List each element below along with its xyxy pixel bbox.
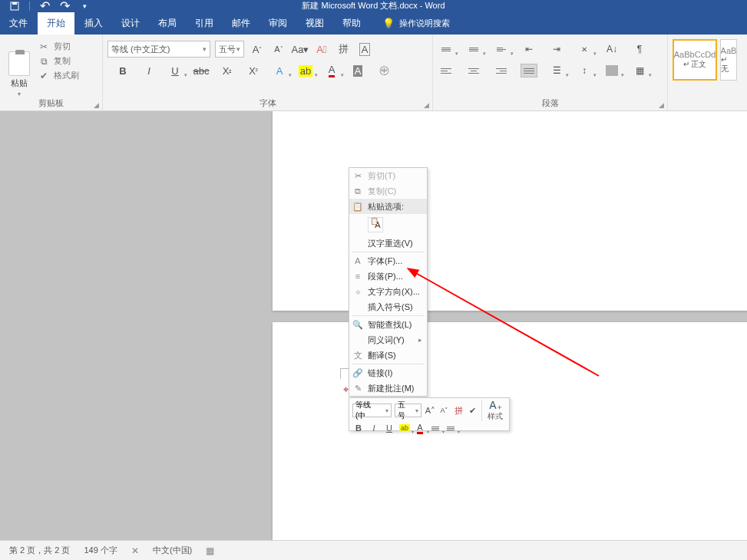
text-effects-button[interactable]: A: [272, 64, 287, 77]
save-icon[interactable]: [9, 1, 20, 12]
ribbon-tabs: 文件 开始 插入 设计 布局 引用 邮件 审阅 视图 帮助 💡 操作说明搜索: [0, 12, 747, 35]
asian-layout-button[interactable]: ✕: [576, 42, 593, 56]
clear-formatting-button[interactable]: A⃠: [313, 41, 330, 58]
translate-icon: 文: [352, 350, 363, 361]
align-left-button[interactable]: [438, 64, 454, 77]
subscript-button[interactable]: X₂: [220, 64, 235, 77]
tab-home[interactable]: 开始: [37, 12, 75, 35]
status-spellcheck-icon[interactable]: ✕: [131, 545, 139, 556]
ctx-text-direction[interactable]: ⟐文字方向(X)...: [349, 284, 427, 299]
borders-button[interactable]: ▦: [631, 64, 648, 77]
font-color-button[interactable]: A: [324, 64, 339, 77]
ctx-font[interactable]: A字体(F)...: [349, 253, 427, 268]
distributed-button[interactable]: ☰: [548, 64, 565, 77]
style-no-spacing[interactable]: AaB ↵ 无: [720, 39, 737, 81]
mini-highlight[interactable]: ab: [398, 422, 411, 434]
mini-styles-button[interactable]: A₊样式: [485, 399, 506, 422]
style-name: ↵ 无: [721, 55, 736, 74]
increase-indent-button[interactable]: ⇥: [548, 42, 565, 56]
mini-italic[interactable]: I: [368, 422, 380, 434]
cut-button[interactable]: ✂剪切: [38, 41, 79, 52]
sort-button[interactable]: A↓: [603, 42, 620, 56]
enclose-characters-button[interactable]: ㊥: [376, 64, 392, 77]
show-marks-button[interactable]: ¶: [631, 42, 648, 56]
undo-icon[interactable]: ↶: [39, 1, 50, 12]
highlight-button[interactable]: ab: [298, 64, 313, 77]
character-border-button[interactable]: A: [356, 41, 373, 58]
mini-font-name-combo[interactable]: 等线 (中▾: [352, 404, 392, 417]
status-macro-icon[interactable]: ▦: [206, 545, 214, 556]
tab-design[interactable]: 设计: [112, 12, 149, 35]
underline-button[interactable]: U: [167, 64, 183, 77]
tab-file[interactable]: 文件: [0, 12, 37, 35]
align-center-button[interactable]: [465, 64, 482, 77]
mini-grow-font[interactable]: A˄: [425, 404, 435, 417]
bullets-button[interactable]: [438, 42, 454, 56]
mini-underline[interactable]: U: [383, 422, 395, 434]
italic-button[interactable]: I: [141, 64, 157, 77]
tab-review[interactable]: 审阅: [259, 12, 296, 35]
qat-customize-icon[interactable]: ▾: [79, 1, 90, 12]
mini-format-painter[interactable]: ✔: [468, 404, 478, 417]
page-2[interactable]: [273, 322, 747, 540]
strikethrough-button[interactable]: abc: [193, 64, 209, 77]
format-painter-button[interactable]: ✔格式刷: [38, 70, 79, 81]
grow-font-button[interactable]: A˄: [249, 41, 266, 58]
change-case-button[interactable]: Aa▾: [292, 41, 309, 58]
ctx-new-comment[interactable]: ✎新建批注(M): [349, 380, 427, 396]
mini-bullets[interactable]: [429, 422, 441, 434]
justify-button[interactable]: [521, 64, 537, 77]
status-page[interactable]: 第 2 页，共 2 页: [9, 545, 70, 556]
ctx-hanzi-reselect[interactable]: 汉字重选(V): [349, 236, 427, 251]
decrease-indent-button[interactable]: ⇤: [521, 42, 537, 56]
ribbon-group-paragraph: ⇤ ⇥ ✕ A↓ ¶ ☰ ↕ ▦ 段落 ◢: [433, 35, 668, 110]
status-language[interactable]: 中文(中国): [153, 545, 192, 556]
ctx-translate[interactable]: 文翻译(S): [349, 348, 427, 363]
page-1[interactable]: [273, 111, 747, 311]
copy-icon: ⧉: [38, 56, 49, 67]
ctx-link[interactable]: 🔗链接(I): [349, 365, 427, 380]
chevron-down-icon: ▾: [18, 91, 21, 97]
mini-phonetic[interactable]: 拼: [453, 404, 464, 417]
tab-mailings[interactable]: 邮件: [223, 12, 259, 35]
tab-help[interactable]: 帮助: [333, 12, 370, 35]
font-size-combo[interactable]: 五号▾: [215, 41, 244, 58]
tab-insert[interactable]: 插入: [75, 12, 112, 35]
superscript-button[interactable]: X²: [246, 64, 261, 77]
ctx-paragraph[interactable]: ≡段落(P)...: [349, 268, 427, 284]
paragraph-dialog-launcher[interactable]: ◢: [659, 101, 664, 109]
font-name-combo[interactable]: 等线 (中文正文)▾: [107, 41, 210, 58]
line-spacing-button[interactable]: ↕: [576, 64, 593, 77]
status-word-count[interactable]: 149 个字: [84, 545, 117, 556]
paste-button[interactable]: 粘贴 ▾: [5, 38, 34, 99]
phonetic-guide-button[interactable]: 拼: [335, 41, 352, 58]
align-right-button[interactable]: [493, 64, 510, 77]
ctx-smart-lookup[interactable]: 🔍智能查找(L): [349, 317, 427, 332]
mini-font-size-combo[interactable]: 五号▾: [395, 404, 421, 417]
ctx-new-comment-label: 新建批注(M): [368, 383, 415, 394]
redo-icon[interactable]: ↷: [59, 1, 70, 12]
ribbon: 粘贴 ▾ ✂剪切 ⧉复制 ✔格式刷 剪贴板 ◢ 等线 (中文正文)▾ 五号▾ A…: [0, 35, 747, 111]
style-normal[interactable]: AaBbCcDd ↵ 正文: [673, 39, 717, 81]
mini-numbering[interactable]: [445, 422, 457, 434]
clipboard-dialog-launcher[interactable]: ◢: [94, 101, 99, 109]
ctx-separator: [352, 364, 425, 364]
tell-me-search[interactable]: 💡 操作说明搜索: [370, 12, 450, 35]
ctx-insert-symbol[interactable]: 插入符号(S): [349, 299, 427, 315]
mini-shrink-font[interactable]: A˅: [439, 404, 450, 417]
tab-layout[interactable]: 布局: [149, 12, 186, 35]
numbering-button[interactable]: [465, 42, 482, 56]
mini-bold[interactable]: B: [352, 422, 365, 434]
ctx-synonyms[interactable]: 同义词(Y)▸: [349, 332, 427, 348]
font-dialog-launcher[interactable]: ◢: [424, 101, 429, 109]
character-shading-button[interactable]: A: [350, 64, 365, 77]
copy-button[interactable]: ⧉复制: [38, 55, 79, 67]
bold-button[interactable]: B: [115, 64, 131, 77]
mini-font-color[interactable]: A: [414, 422, 426, 434]
multilevel-list-button[interactable]: [493, 42, 510, 56]
paste-keep-text-only[interactable]: 📋A: [368, 217, 383, 232]
shading-button[interactable]: [603, 64, 620, 77]
tab-references[interactable]: 引用: [186, 12, 223, 35]
tab-view[interactable]: 视图: [296, 12, 333, 35]
shrink-font-button[interactable]: A˅: [270, 41, 287, 58]
